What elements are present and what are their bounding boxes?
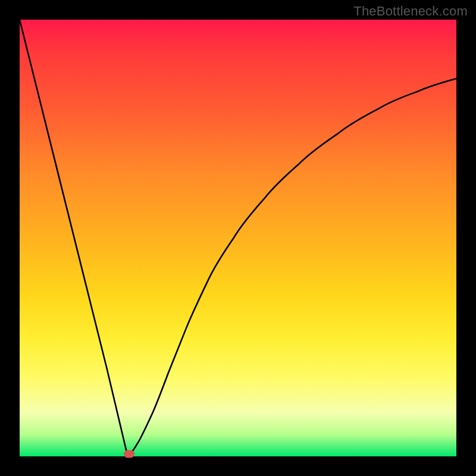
curve-path — [20, 20, 456, 452]
plot-area — [20, 20, 456, 456]
chart-frame: TheBottleneck.com — [0, 0, 476, 476]
minimum-marker — [124, 450, 134, 458]
bottleneck-curve — [20, 20, 456, 456]
watermark-text: TheBottleneck.com — [353, 4, 468, 19]
